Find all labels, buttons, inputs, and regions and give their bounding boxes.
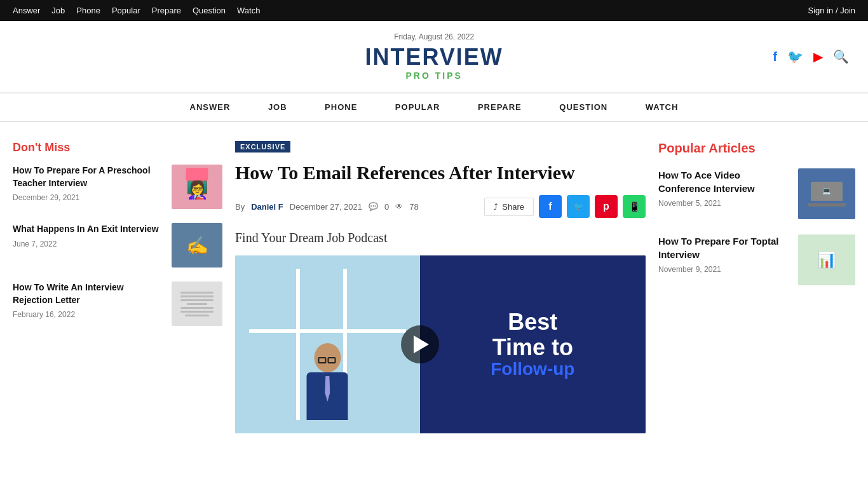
list-item: How To Write An Interview Rejection Lett… xyxy=(13,281,222,326)
facebook-share-button[interactable]: f xyxy=(539,195,562,218)
share-label: Share xyxy=(502,202,524,212)
sidebar-article-date-1: December 29, 2021 xyxy=(13,193,164,202)
article-date: December 27, 2021 xyxy=(290,202,362,212)
person-body xyxy=(307,372,348,420)
list-item: How To Prepare For A Preschool Teacher I… xyxy=(13,165,222,209)
pinterest-share-button[interactable]: p xyxy=(595,195,618,218)
play-triangle-icon xyxy=(414,336,429,353)
popular-article-date-2: November 9, 2021 xyxy=(658,265,790,274)
view-icon: 👁 xyxy=(395,202,403,211)
exclusive-tag: EXCLUSIVE xyxy=(235,141,290,152)
topnav-prepare[interactable]: Prepare xyxy=(152,6,181,15)
preschool-image xyxy=(172,165,222,209)
nav-watch[interactable]: WATCH xyxy=(646,102,679,112)
article-text: How To Write An Interview Rejection Lett… xyxy=(13,281,164,319)
topnav-job[interactable]: Job xyxy=(51,6,65,15)
list-item: How To Ace Video Conference Interview No… xyxy=(658,168,855,219)
sidebar-article-img-3 xyxy=(172,281,222,326)
person-head xyxy=(314,343,341,372)
video-text-time: Time to xyxy=(492,335,573,360)
site-header: Friday, August 26, 2022 INTERVIEW PRO TI… xyxy=(0,21,868,93)
podcast-title: Find Your Dream Job Podcast xyxy=(235,231,646,245)
by-label: By xyxy=(235,202,245,212)
article-meta: By Daniel F December 27, 2021 💬 0 👁 78 ⤴… xyxy=(235,195,646,218)
laptop-body: 💻 xyxy=(811,182,843,201)
person-tie xyxy=(324,376,330,402)
whatsapp-share-button[interactable]: 📱 xyxy=(623,195,646,218)
video-left xyxy=(235,255,420,433)
video-right: Best Time to Follow-up xyxy=(420,255,646,433)
right-sidebar: Popular Articles How To Ace Video Confer… xyxy=(658,141,855,433)
nav-question[interactable]: QUESTION xyxy=(559,102,607,112)
nav-popular[interactable]: POPULAR xyxy=(395,102,440,112)
popular-article-img-1: 💻 xyxy=(798,168,855,219)
list-item: How To Prepare For Toptal Interview Nove… xyxy=(658,234,855,285)
popular-title: Popular Articles xyxy=(658,141,855,156)
popular-article-title-2[interactable]: How To Prepare For Toptal Interview xyxy=(658,234,790,261)
laptop-base xyxy=(808,203,846,207)
top-nav-links: Answer Job Phone Popular Prepare Questio… xyxy=(13,6,260,15)
topnav-answer[interactable]: Answer xyxy=(13,6,40,15)
main-nav: ANSWER JOB PHONE POPULAR PREPARE QUESTIO… xyxy=(0,93,868,122)
article-text: What Happens In An Exit Interview June 7… xyxy=(13,223,164,248)
header-icons: f 🐦 ▶ 🔍 xyxy=(773,49,849,64)
content-wrapper: Don't Miss How To Prepare For A Preschoo… xyxy=(0,122,868,446)
popular-article-img-2: 📊 xyxy=(798,234,855,285)
rejection-image xyxy=(172,281,222,326)
video-text-best: Best xyxy=(508,309,557,335)
view-count: 78 xyxy=(409,202,418,212)
youtube-icon[interactable]: ▶ xyxy=(813,49,823,64)
sidebar-article-img-2: ✍️ xyxy=(172,223,222,268)
topnav-popular[interactable]: Popular xyxy=(112,6,140,15)
glasses xyxy=(318,357,336,363)
signin-link[interactable]: Sign in / Join xyxy=(808,6,855,15)
videoconf-image: 💻 xyxy=(798,168,855,219)
topnav-watch[interactable]: Watch xyxy=(237,6,260,15)
popular-article-text: How To Prepare For Toptal Interview Nove… xyxy=(658,234,790,274)
exit-image: ✍️ xyxy=(172,223,222,268)
facebook-icon[interactable]: f xyxy=(773,50,777,64)
video-container[interactable]: Best Time to Follow-up xyxy=(235,255,646,433)
sidebar-article-img-1 xyxy=(172,165,222,209)
sidebar-article-date-2: June 7, 2022 xyxy=(13,240,164,248)
popular-article-date-1: November 5, 2021 xyxy=(658,199,790,208)
sidebar-article-title-1[interactable]: How To Prepare For A Preschool Teacher I… xyxy=(13,165,164,189)
nav-prepare[interactable]: PREPARE xyxy=(478,102,522,112)
topnav-question[interactable]: Question xyxy=(193,6,226,15)
top-nav-right: Sign in / Join xyxy=(808,6,855,16)
logo-sub[interactable]: PRO TIPS xyxy=(365,71,503,81)
share-icon: ⤴ xyxy=(494,202,498,212)
twitter-share-button[interactable]: 🐦 xyxy=(567,195,590,218)
list-item: What Happens In An Exit Interview June 7… xyxy=(13,223,222,268)
top-nav: Answer Job Phone Popular Prepare Questio… xyxy=(0,0,868,21)
toptal-image: 📊 xyxy=(798,234,855,285)
comment-count: 0 xyxy=(384,202,389,212)
nav-job[interactable]: JOB xyxy=(268,102,287,112)
topnav-phone[interactable]: Phone xyxy=(76,6,100,15)
popular-article-title-1[interactable]: How To Ace Video Conference Interview xyxy=(658,168,790,195)
twitter-icon[interactable]: 🐦 xyxy=(787,49,803,64)
article-title: How To Email References After Interview xyxy=(235,160,646,185)
dont-miss-title: Don't Miss xyxy=(13,141,222,154)
header-date: Friday, August 26, 2022 xyxy=(365,32,503,41)
popular-article-text: How To Ace Video Conference Interview No… xyxy=(658,168,790,208)
share-bar: ⤴ Share f 🐦 p 📱 xyxy=(484,195,646,218)
play-button[interactable] xyxy=(401,325,439,363)
nav-phone[interactable]: PHONE xyxy=(325,102,357,112)
person-wrapper xyxy=(307,343,348,420)
sidebar-article-date-3: February 16, 2022 xyxy=(13,310,164,319)
nav-answer[interactable]: ANSWER xyxy=(190,102,231,112)
logo-area: Friday, August 26, 2022 INTERVIEW PRO TI… xyxy=(365,32,503,81)
left-sidebar: Don't Miss How To Prepare For A Preschoo… xyxy=(13,141,222,433)
comment-icon: 💬 xyxy=(369,202,378,211)
window-frame xyxy=(249,269,406,420)
share-button[interactable]: ⤴ Share xyxy=(484,198,534,216)
main-content: EXCLUSIVE How To Email References After … xyxy=(235,141,646,433)
search-icon[interactable]: 🔍 xyxy=(833,49,849,64)
video-text-follow: Follow-up xyxy=(491,360,574,379)
sidebar-article-title-2[interactable]: What Happens In An Exit Interview xyxy=(13,223,164,236)
author-name[interactable]: Daniel F xyxy=(251,202,283,212)
article-text: How To Prepare For A Preschool Teacher I… xyxy=(13,165,164,202)
sidebar-article-title-3[interactable]: How To Write An Interview Rejection Lett… xyxy=(13,281,164,306)
logo-main[interactable]: INTERVIEW xyxy=(365,44,503,71)
